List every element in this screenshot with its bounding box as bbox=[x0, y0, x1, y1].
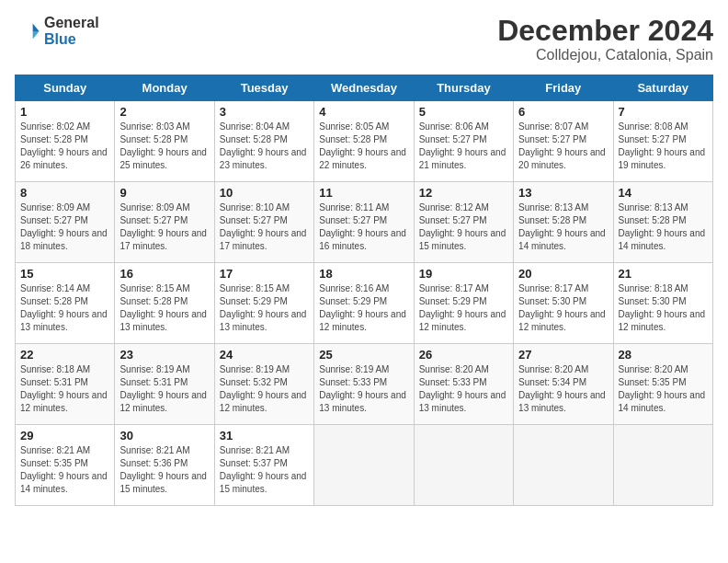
day-11: 11Sunrise: 8:11 AMSunset: 5:27 PMDayligh… bbox=[314, 182, 414, 263]
calendar-week-2: 8Sunrise: 8:09 AMSunset: 5:27 PMDaylight… bbox=[16, 182, 713, 263]
day-16: 16Sunrise: 8:15 AMSunset: 5:28 PMDayligh… bbox=[115, 263, 214, 344]
col-thursday: Thursday bbox=[414, 75, 513, 101]
calendar-week-3: 15Sunrise: 8:14 AMSunset: 5:28 PMDayligh… bbox=[16, 263, 713, 344]
day-31: 31Sunrise: 8:21 AMSunset: 5:37 PMDayligh… bbox=[214, 425, 313, 506]
calendar-week-5: 29Sunrise: 8:21 AMSunset: 5:35 PMDayligh… bbox=[16, 425, 713, 506]
logo-icon bbox=[15, 18, 40, 44]
day-18: 18Sunrise: 8:16 AMSunset: 5:29 PMDayligh… bbox=[314, 263, 414, 344]
svg-marker-0 bbox=[33, 24, 40, 31]
day-5: 5Sunrise: 8:06 AMSunset: 5:27 PMDaylight… bbox=[414, 101, 513, 182]
col-saturday: Saturday bbox=[613, 75, 712, 101]
day-13: 13Sunrise: 8:13 AMSunset: 5:28 PMDayligh… bbox=[514, 182, 613, 263]
day-8: 8Sunrise: 8:09 AMSunset: 5:27 PMDaylight… bbox=[16, 182, 115, 263]
month-title: December 2024 bbox=[497, 15, 713, 47]
day-17: 17Sunrise: 8:15 AMSunset: 5:29 PMDayligh… bbox=[214, 263, 313, 344]
col-sunday: Sunday bbox=[16, 75, 115, 101]
day-1: 1Sunrise: 8:02 AMSunset: 5:28 PMDaylight… bbox=[16, 101, 115, 182]
col-wednesday: Wednesday bbox=[314, 75, 414, 101]
empty-cell bbox=[613, 425, 712, 506]
day-25: 25Sunrise: 8:19 AMSunset: 5:33 PMDayligh… bbox=[314, 344, 414, 425]
calendar-week-1: 1Sunrise: 8:02 AMSunset: 5:28 PMDaylight… bbox=[16, 101, 713, 182]
day-12: 12Sunrise: 8:12 AMSunset: 5:27 PMDayligh… bbox=[414, 182, 513, 263]
day-29: 29Sunrise: 8:21 AMSunset: 5:35 PMDayligh… bbox=[16, 425, 115, 506]
logo: General Blue bbox=[15, 15, 99, 48]
calendar-header-row: Sunday Monday Tuesday Wednesday Thursday… bbox=[16, 75, 713, 101]
empty-cell bbox=[414, 425, 513, 506]
day-30: 30Sunrise: 8:21 AMSunset: 5:36 PMDayligh… bbox=[115, 425, 214, 506]
day-15: 15Sunrise: 8:14 AMSunset: 5:28 PMDayligh… bbox=[16, 263, 115, 344]
empty-cell bbox=[314, 425, 414, 506]
day-23: 23Sunrise: 8:19 AMSunset: 5:31 PMDayligh… bbox=[115, 344, 214, 425]
calendar-week-4: 22Sunrise: 8:18 AMSunset: 5:31 PMDayligh… bbox=[16, 344, 713, 425]
day-4: 4Sunrise: 8:05 AMSunset: 5:28 PMDaylight… bbox=[314, 101, 414, 182]
calendar: Sunday Monday Tuesday Wednesday Thursday… bbox=[15, 75, 713, 506]
col-tuesday: Tuesday bbox=[214, 75, 313, 101]
day-24: 24Sunrise: 8:19 AMSunset: 5:32 PMDayligh… bbox=[214, 344, 313, 425]
day-2: 2Sunrise: 8:03 AMSunset: 5:28 PMDaylight… bbox=[115, 101, 214, 182]
col-monday: Monday bbox=[115, 75, 214, 101]
day-9: 9Sunrise: 8:09 AMSunset: 5:27 PMDaylight… bbox=[115, 182, 214, 263]
day-7: 7Sunrise: 8:08 AMSunset: 5:27 PMDaylight… bbox=[613, 101, 712, 182]
day-27: 27Sunrise: 8:20 AMSunset: 5:34 PMDayligh… bbox=[514, 344, 613, 425]
logo-text: General Blue bbox=[44, 15, 99, 48]
day-22: 22Sunrise: 8:18 AMSunset: 5:31 PMDayligh… bbox=[16, 344, 115, 425]
day-20: 20Sunrise: 8:17 AMSunset: 5:30 PMDayligh… bbox=[514, 263, 613, 344]
col-friday: Friday bbox=[514, 75, 613, 101]
day-3: 3Sunrise: 8:04 AMSunset: 5:28 PMDaylight… bbox=[214, 101, 313, 182]
location: Colldejou, Catalonia, Spain bbox=[497, 47, 713, 63]
day-26: 26Sunrise: 8:20 AMSunset: 5:33 PMDayligh… bbox=[414, 344, 513, 425]
day-6: 6Sunrise: 8:07 AMSunset: 5:27 PMDaylight… bbox=[514, 101, 613, 182]
header: General Blue December 2024 Colldejou, Ca… bbox=[15, 15, 713, 63]
day-19: 19Sunrise: 8:17 AMSunset: 5:29 PMDayligh… bbox=[414, 263, 513, 344]
page-container: General Blue December 2024 Colldejou, Ca… bbox=[0, 0, 728, 513]
day-10: 10Sunrise: 8:10 AMSunset: 5:27 PMDayligh… bbox=[214, 182, 313, 263]
svg-marker-1 bbox=[33, 31, 40, 39]
day-28: 28Sunrise: 8:20 AMSunset: 5:35 PMDayligh… bbox=[613, 344, 712, 425]
day-21: 21Sunrise: 8:18 AMSunset: 5:30 PMDayligh… bbox=[613, 263, 712, 344]
day-14: 14Sunrise: 8:13 AMSunset: 5:28 PMDayligh… bbox=[613, 182, 712, 263]
empty-cell bbox=[514, 425, 613, 506]
title-block: December 2024 Colldejou, Catalonia, Spai… bbox=[497, 15, 713, 63]
